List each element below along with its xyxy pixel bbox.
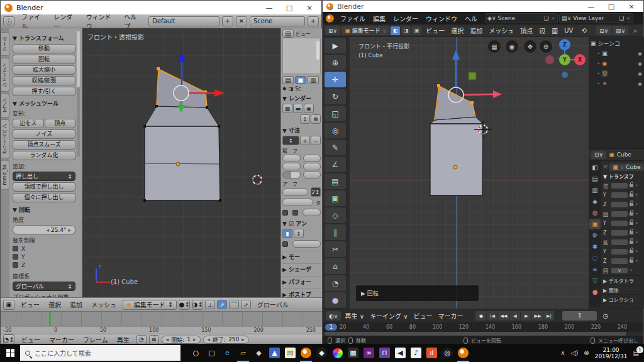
preset-dropdown[interactable]: ↕: [282, 136, 299, 145]
orientation-dropdown[interactable]: グローバル: [253, 300, 293, 309]
shelf-tab[interactable]: mmd_to: [1, 160, 9, 190]
property-tab[interactable]: ▥: [589, 185, 601, 195]
transport-button[interactable]: ●: [475, 311, 486, 321]
viewport-menu-item[interactable]: ビュー: [423, 26, 448, 35]
tool-button[interactable]: ランダム化: [13, 151, 75, 160]
frame-start-field[interactable]: ◂開始:1▸: [162, 336, 201, 344]
shelf-tab[interactable]: オプシ: [1, 94, 9, 118]
angle-slider[interactable]: ◂25.4°▸: [13, 225, 75, 234]
pivot-dropdown[interactable]: ◑↕: [192, 300, 203, 310]
viewport-menu-item[interactable]: UV: [561, 27, 576, 34]
playback-menu[interactable]: 再生 ∨: [343, 311, 366, 321]
preset-del-button[interactable]: −: [311, 136, 321, 145]
lock-icon[interactable]: [149, 335, 159, 344]
unlink-icon[interactable]: ×: [551, 15, 556, 21]
coord-dropdown[interactable]: グローバル↕: [13, 282, 75, 291]
tool-button[interactable]: ▣: [325, 190, 346, 206]
render-panel-header[interactable]: ▼ レンダー: [282, 94, 321, 102]
tray-chevron-icon[interactable]: ∧: [560, 349, 565, 356]
copy-icon[interactable]: ❏: [619, 15, 624, 21]
timeline-playhead[interactable]: [49, 312, 51, 327]
view-layer-selector[interactable]: ▤∨View Layer❏×: [559, 13, 633, 23]
transform-field-row[interactable]: Y•: [603, 219, 642, 228]
viewport-menu-item[interactable]: メッシュ: [486, 26, 517, 35]
face-select-mode-button[interactable]: ▣: [412, 26, 421, 35]
taskbar-app-icon[interactable]: ▢: [204, 344, 219, 362]
extrude-dropdown[interactable]: 押し出し↕: [13, 172, 75, 181]
transport-button[interactable]: ◀◀: [498, 311, 509, 321]
property-tab[interactable]: ◍: [589, 207, 601, 218]
mode-dropdown[interactable]: ◈編集モード↕: [123, 300, 177, 310]
marker-menu[interactable]: マーカー: [436, 311, 465, 321]
timeline-editor-dropdown[interactable]: ◔↕: [3, 334, 14, 344]
tool-button[interactable]: ✛: [325, 72, 346, 87]
manipulator-rotate-icon[interactable]: ⌒: [229, 300, 239, 309]
lock-icon[interactable]: [630, 194, 633, 197]
collapsed-panel-header[interactable]: ▶ インスタン: [603, 304, 642, 307]
viewport-menu-item[interactable]: 選択: [448, 26, 467, 35]
menu-item[interactable]: ファイル: [17, 12, 49, 31]
collapsed-panel-header[interactable]: ▶ パフォー: [282, 276, 321, 286]
checkbox[interactable]: [13, 246, 18, 251]
tool-button[interactable]: ◎: [325, 123, 346, 138]
edge-select-mode-button[interactable]: ◨: [401, 26, 411, 35]
taskbar-app-icon[interactable]: ◆: [314, 344, 330, 362]
taskbar-app-icon[interactable]: e: [219, 344, 235, 362]
editor-type-icon[interactable]: ▣: [3, 300, 14, 310]
lock-icon[interactable]: [630, 203, 633, 206]
lock-icon[interactable]: [630, 260, 633, 263]
shading-dropdown[interactable]: ●↕: [179, 300, 190, 310]
fps-base-slider[interactable]: [303, 209, 321, 216]
object-name-field[interactable]: ▣∨Cube: [609, 163, 643, 171]
transform-field-row[interactable]: Y•: [603, 190, 642, 200]
transform-field-row[interactable]: Z•: [603, 200, 642, 209]
tool-button[interactable]: 移動: [13, 44, 75, 53]
manipulator-scale-icon[interactable]: ➚: [241, 300, 251, 309]
menu-item[interactable]: ヘル: [461, 14, 481, 23]
axis-checkbox-row[interactable]: Y: [13, 254, 75, 262]
lock-icon[interactable]: [630, 250, 633, 253]
frame-start-field[interactable]: [303, 155, 321, 162]
outliner-row[interactable]: • ◉ ◉: [591, 58, 642, 69]
autokey-record-icon[interactable]: ◔: [136, 335, 147, 344]
manipulator-translate-icon[interactable]: ➚: [217, 300, 227, 309]
pin-icon[interactable]: ✱: [282, 86, 287, 92]
preset-add-button[interactable]: +: [300, 136, 310, 145]
menu-item[interactable]: ウィンドウ: [422, 14, 461, 23]
transport-button[interactable]: ◀: [509, 311, 520, 321]
transform-field-row[interactable]: Z•: [603, 256, 642, 266]
outliner-filter-dropdown[interactable]: ▤∨: [613, 26, 628, 35]
timeline-menu-item[interactable]: ビュー: [17, 335, 45, 344]
search-icon[interactable]: ⌕: [630, 27, 641, 35]
taskbar-search[interactable]: ここに入力して検索: [20, 345, 180, 361]
notification-icon[interactable]: ▤1: [633, 349, 639, 356]
taskbar-app-icon[interactable]: [455, 344, 471, 362]
property-tab[interactable]: ⚙: [589, 230, 601, 241]
taskbar-app-icon[interactable]: ▲: [267, 344, 282, 362]
viewport-menu-item[interactable]: ビュー: [16, 300, 44, 309]
transform-orientation-icon[interactable]: ⟲: [577, 27, 590, 34]
outliner-type-dropdown[interactable]: ▤: [282, 30, 294, 38]
close-button[interactable]: ×: [623, 3, 640, 11]
viewport-menu-item[interactable]: 選択: [44, 300, 65, 309]
property-tab[interactable]: ●: [589, 287, 601, 297]
tool-button[interactable]: 個々に押し出し: [13, 193, 75, 202]
transport-button[interactable]: ▶: [521, 311, 531, 321]
menu-item[interactable]: ファイル: [336, 14, 369, 23]
transport-button[interactable]: ▶▶: [532, 311, 543, 321]
value-slider[interactable]: [611, 221, 628, 226]
property-tab[interactable]: ✱: [589, 241, 601, 252]
value-slider[interactable]: [611, 239, 628, 245]
menu-item[interactable]: ウィンドウ: [82, 12, 120, 31]
timeline-ruler[interactable]: -50050100150200250: [1, 326, 322, 334]
viewport-menu-item[interactable]: 追加: [65, 300, 87, 309]
display-dropdown[interactable]: ↕: [300, 114, 310, 124]
viewport-menu-item[interactable]: 追加: [467, 26, 486, 35]
shelf-tab[interactable]: ツール: [1, 32, 9, 56]
taskbar-app-icon[interactable]: ♪: [408, 344, 424, 362]
vertex-select-mode-button[interactable]: ◧: [391, 26, 400, 35]
outliner-row[interactable]: • ▽ ◉: [591, 69, 642, 79]
menu-item[interactable]: レンダー: [49, 12, 81, 31]
value-slider[interactable]: [611, 230, 628, 236]
tool-button[interactable]: ↻: [325, 89, 346, 104]
